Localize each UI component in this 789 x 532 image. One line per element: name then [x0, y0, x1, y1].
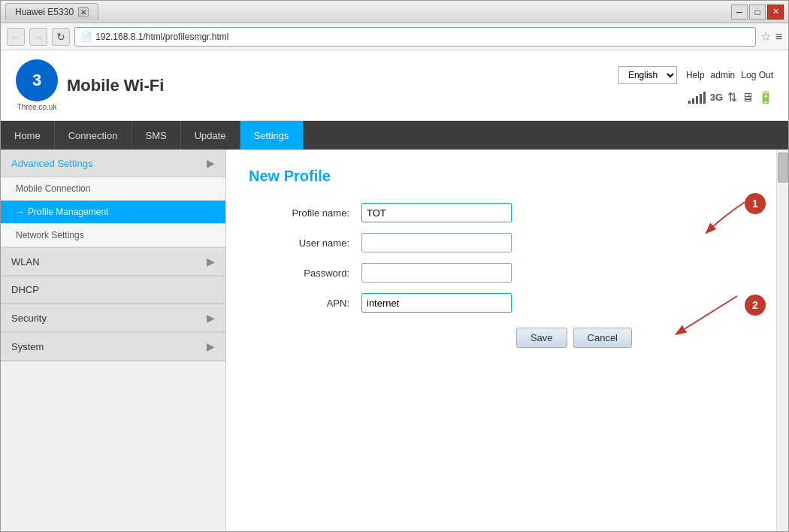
username-row: User name:: [249, 233, 700, 252]
maximize-button[interactable]: □: [749, 5, 766, 20]
refresh-button[interactable]: ↻: [52, 28, 70, 46]
brand-name: Mobile Wi-Fi: [67, 76, 164, 95]
signal-icon: [688, 92, 706, 104]
url-text: 192.168.8.1/html/profilesmgr.html: [95, 32, 228, 42]
chevron-right-icon: ▶: [207, 340, 215, 352]
nav-update[interactable]: Update: [181, 121, 240, 150]
sidebar-item-profile-management[interactable]: Profile Management: [1, 201, 225, 224]
sidebar-group-dhcp: DHCP: [1, 277, 225, 304]
arrow-1: [692, 195, 752, 240]
header-top-right: English Help admin Log Out: [618, 66, 773, 84]
password-label: Password:: [249, 268, 361, 279]
language-select[interactable]: English: [618, 66, 677, 84]
battery-icon: 🔋: [758, 90, 773, 104]
menu-icon[interactable]: ≡: [775, 30, 782, 44]
save-button[interactable]: Save: [516, 328, 567, 348]
sidebar-header-system[interactable]: System ▶: [1, 333, 225, 361]
url-bar[interactable]: 📄 192.168.8.1/html/profilesmgr.html: [74, 27, 756, 47]
browser-window: Huawei E5330 ✕ ─ □ ✕ ← → ↻ 📄 192.168.8.1…: [0, 0, 789, 532]
tab-title: Huawei E5330: [15, 7, 74, 17]
form-buttons: Save Cancel: [361, 328, 632, 348]
sidebar: Advanced Settings ▶ Mobile Connection Pr…: [1, 150, 226, 531]
scroll-thumb[interactable]: [778, 153, 788, 183]
page-title: New Profile: [249, 168, 754, 185]
header-links: Help admin Log Out: [686, 70, 773, 80]
window-controls: ─ □ ✕: [731, 5, 784, 20]
logo-area: 3 Three.co.uk Mobile Wi-Fi: [16, 59, 164, 111]
minimize-button[interactable]: ─: [731, 5, 748, 20]
chevron-right-icon: ▶: [207, 157, 215, 169]
apn-input[interactable]: [361, 293, 512, 313]
data-transfer-icon: ⇅: [727, 90, 737, 104]
forward-button[interactable]: →: [29, 28, 47, 46]
profile-name-row: Profile name:: [249, 203, 700, 222]
nav-sms[interactable]: SMS: [132, 121, 180, 150]
profile-name-label: Profile name:: [249, 207, 361, 219]
sidebar-header-advanced[interactable]: Advanced Settings ▶: [1, 150, 225, 177]
back-button[interactable]: ←: [7, 28, 25, 46]
page-header: 3 Three.co.uk Mobile Wi-Fi English Help …: [1, 50, 788, 121]
nav-settings[interactable]: Settings: [240, 121, 304, 150]
address-bar: ← → ↻ 📄 192.168.8.1/html/profilesmgr.htm…: [1, 23, 788, 50]
sidebar-header-wlan[interactable]: WLAN ▶: [1, 248, 225, 276]
header-right: English Help admin Log Out: [618, 66, 773, 104]
title-bar: Huawei E5330 ✕ ─ □ ✕: [1, 1, 788, 23]
nav-bar: Home Connection SMS Update Settings: [1, 121, 788, 150]
apn-row: APN:: [249, 293, 700, 313]
cancel-button[interactable]: Cancel: [573, 328, 632, 348]
nav-connection[interactable]: Connection: [55, 121, 132, 150]
close-button[interactable]: ✕: [767, 5, 784, 20]
sidebar-group-advanced: Advanced Settings ▶ Mobile Connection Pr…: [1, 150, 225, 248]
chevron-right-icon: ▶: [207, 255, 215, 268]
status-icons: 3G ⇅ 🖥 🔋: [688, 90, 773, 104]
sidebar-group-wlan: WLAN ▶: [1, 248, 225, 277]
sidebar-item-mobile-connection[interactable]: Mobile Connection: [1, 177, 225, 201]
annotation-2: 2: [745, 295, 766, 316]
tab-close-button[interactable]: ✕: [78, 7, 89, 17]
help-link[interactable]: Help: [686, 70, 705, 80]
sidebar-item-network-settings[interactable]: Network Settings: [1, 224, 225, 247]
password-row: Password:: [249, 263, 700, 283]
browser-content: 3 Three.co.uk Mobile Wi-Fi English Help …: [1, 50, 788, 531]
computer-icon: 🖥: [742, 91, 754, 104]
main-layout: Advanced Settings ▶ Mobile Connection Pr…: [1, 150, 788, 531]
sidebar-group-security: Security ▶: [1, 304, 225, 333]
password-input[interactable]: [361, 263, 512, 283]
chevron-right-icon: ▶: [207, 312, 215, 324]
apn-label: APN:: [249, 298, 361, 309]
profile-name-input[interactable]: [361, 203, 512, 222]
sidebar-header-dhcp[interactable]: DHCP: [1, 277, 225, 304]
logo-subtitle: Three.co.uk: [17, 103, 57, 111]
username-input[interactable]: [361, 233, 512, 252]
content-area: New Profile Profile name: User name: Pas: [226, 150, 776, 531]
admin-link[interactable]: admin: [711, 70, 736, 80]
annotation-1: 1: [745, 193, 766, 214]
nav-home[interactable]: Home: [1, 121, 55, 150]
username-label: User name:: [249, 237, 361, 249]
scrollbar[interactable]: [776, 150, 788, 531]
svg-text:3: 3: [32, 71, 41, 89]
title-bar-left: Huawei E5330 ✕: [5, 3, 98, 20]
bookmark-icon[interactable]: ☆: [760, 29, 771, 44]
url-icon: 📄: [81, 32, 92, 42]
profile-form: Profile name: User name: Password:: [249, 203, 700, 313]
logout-link[interactable]: Log Out: [741, 70, 773, 80]
sidebar-header-security[interactable]: Security ▶: [1, 304, 225, 332]
sidebar-group-system: System ▶: [1, 333, 225, 361]
network-type-icon: 3G: [710, 92, 723, 103]
logo-icon: 3: [16, 59, 58, 101]
browser-tab[interactable]: Huawei E5330 ✕: [5, 3, 98, 20]
